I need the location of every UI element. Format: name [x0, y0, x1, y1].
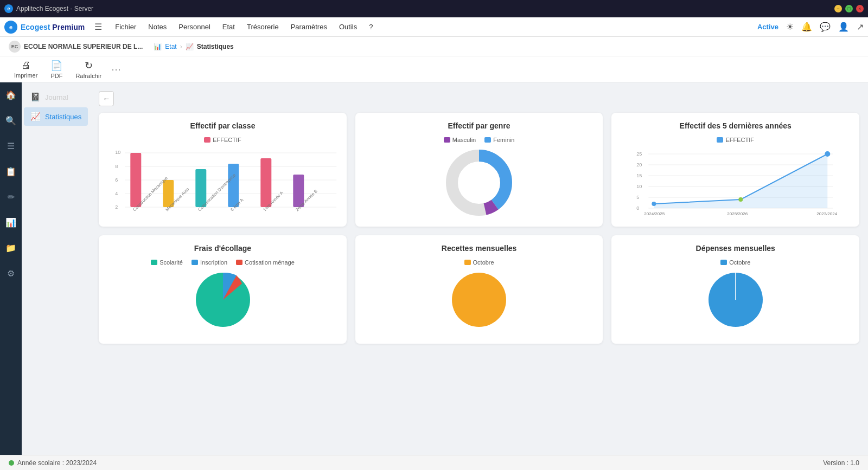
chart-effectif-par-classe: Effectif par classe EFFECTIF 10 8 6 4 2: [99, 113, 347, 227]
legend-label-masculin: Masculin: [452, 137, 476, 143]
svg-text:4: 4: [116, 191, 118, 196]
breadcrumb-statistiques: Statistiques: [197, 43, 234, 50]
chart-frais-ecollage: Frais d'écollage Scolarité Inscription C…: [99, 235, 347, 344]
sidebar-item-statistiques[interactable]: 📈 Statistiques: [24, 107, 88, 126]
org-avatar: EC: [9, 41, 21, 53]
pdf-button[interactable]: 📄 PDF: [45, 57, 68, 81]
legend-dot-feminin: [484, 137, 491, 143]
imprimer-button[interactable]: 🖨 Imprimer: [9, 57, 43, 81]
pie-chart-frais: [107, 270, 338, 330]
brand-name: Ecogest Premium: [21, 23, 85, 31]
menu-personnel[interactable]: Personnel: [173, 21, 216, 33]
pdf-label: PDF: [50, 73, 62, 79]
svg-text:25: 25: [637, 151, 642, 157]
legend-dot-cotisation: [236, 260, 242, 265]
sidebar-stats-icon active[interactable]: 📊: [2, 214, 20, 231]
donut-chart-svg: [444, 147, 514, 218]
close-button[interactable]: ×: [856, 5, 864, 12]
chart-title-2: Effectif par genre: [364, 121, 595, 130]
legend-masculin: Masculin: [444, 137, 476, 143]
legend-dot-effectif-5: [717, 137, 723, 143]
toolbar: 🖨 Imprimer 📄 PDF ↻ Rafraîchir ⋯: [0, 56, 868, 82]
sidebar-folder-icon[interactable]: 📁: [2, 240, 20, 256]
brand-icon: e: [4, 21, 17, 34]
message-icon[interactable]: 💬: [820, 22, 831, 32]
logout-icon[interactable]: ↗: [857, 22, 864, 32]
chart-legend-2: Masculin Feminin: [364, 137, 595, 143]
legend-dot-inscription: [192, 260, 198, 265]
menu-right: Active ☀ 🔔 💬 👤 ↗: [757, 22, 864, 32]
notification-icon[interactable]: 🔔: [801, 22, 812, 32]
print-icon: 🖨: [21, 60, 31, 71]
footer-left: Année scolaire : 2023/2024: [9, 459, 97, 467]
sidebar-list-icon[interactable]: ☰: [4, 138, 18, 154]
legend-dot-octobre-depenses: [720, 260, 727, 265]
org-info: EC ECOLE NORMALE SUPERIEUR DE L...: [9, 41, 143, 53]
sidebar-doc-icon[interactable]: 📋: [2, 163, 20, 180]
legend-dot-scolarite: [151, 260, 157, 265]
legend-label-effectif-5: EFFECTIF: [725, 137, 754, 143]
menu-parametres[interactable]: Paramètres: [285, 21, 333, 33]
pie-chart-depenses: [620, 270, 851, 330]
svg-point-40: [739, 197, 743, 202]
sun-icon[interactable]: ☀: [786, 22, 794, 32]
title-bar-controls[interactable]: − □ ×: [834, 5, 864, 12]
breadcrumb-icon: 📊: [154, 43, 162, 50]
svg-rect-10: [131, 153, 142, 207]
minimize-button[interactable]: −: [834, 5, 842, 12]
svg-text:2024/2025: 2024/2025: [644, 211, 665, 216]
rafraichir-button[interactable]: ↻ Rafraîchir: [70, 57, 107, 81]
menu-fichier[interactable]: Fichier: [110, 21, 142, 33]
rafraichir-label: Rafraîchir: [75, 73, 101, 79]
chart-legend-3: EFFECTIF: [620, 137, 851, 143]
chart-recettes-mensuelles: Recettes mensuelles Octobre: [355, 235, 603, 344]
svg-text:6: 6: [116, 177, 118, 183]
sub-header: EC ECOLE NORMALE SUPERIEUR DE L... 📊 Eta…: [0, 37, 868, 56]
sidebar-home-icon[interactable]: 🏠: [2, 87, 20, 104]
user-icon[interactable]: 👤: [838, 22, 849, 32]
legend-label-octobre-depenses: Octobre: [729, 259, 750, 266]
restore-button[interactable]: □: [845, 5, 853, 12]
sidebar-item-journal[interactable]: 📓 Journal: [24, 88, 88, 106]
legend-label-effectif: EFFECTIF: [213, 137, 241, 143]
svg-text:2023/2024: 2023/2024: [817, 211, 838, 216]
hamburger-menu[interactable]: ☰: [92, 20, 104, 34]
back-button[interactable]: ←: [99, 91, 114, 106]
chart-title-6: Dépenses mensuelles: [620, 244, 851, 253]
menu-etat[interactable]: Etat: [217, 21, 240, 33]
menu-outils[interactable]: Outils: [334, 21, 362, 33]
svg-text:20: 20: [637, 162, 642, 168]
legend-effectif-5: EFFECTIF: [717, 137, 754, 143]
svg-text:0: 0: [637, 205, 640, 211]
sidebar-wrapper: 🏠 🔍 ☰ 📋 ✏ 📊 📁 ⚙ 📓 Journal 📈 Statistiques: [0, 82, 90, 455]
sidebar-settings-icon[interactable]: ⚙: [4, 265, 18, 282]
svg-point-25: [460, 164, 498, 202]
svg-text:2: 2: [116, 204, 118, 210]
pie-frais-svg: [190, 267, 256, 332]
footer-annee: Année scolaire : 2023/2024: [17, 459, 97, 467]
breadcrumb-etat[interactable]: Etat: [165, 43, 176, 50]
main-content: ← Effectif par classe EFFECTIF 10 8 6: [90, 82, 868, 455]
pdf-icon: 📄: [50, 60, 62, 72]
sidebar-search-icon[interactable]: 🔍: [2, 112, 20, 129]
chart-effectif-5-ans: Effectif des 5 dernières années EFFECTIF…: [611, 113, 859, 227]
svg-text:8: 8: [116, 164, 118, 169]
chart-title-5: Recettes mensuelles: [364, 244, 595, 253]
sidebar-edit-icon[interactable]: ✏: [4, 189, 18, 205]
breadcrumb-icon2: 📈: [186, 43, 194, 50]
menu-help[interactable]: ?: [363, 21, 378, 33]
footer-version: Version : 1.0: [823, 459, 859, 467]
chart-legend-1: EFFECTIF: [107, 137, 338, 143]
toolbar-more[interactable]: ⋯: [111, 63, 121, 75]
menu-tresorerie[interactable]: Trésorerie: [241, 21, 284, 33]
legend-dot-effectif: [204, 137, 210, 143]
donut-chart-wrapper: [364, 147, 595, 218]
legend-label-octobre-recettes: Octobre: [473, 259, 494, 266]
chart-title-3: Effectif des 5 dernières années: [620, 121, 851, 130]
statistiques-label: Statistiques: [45, 113, 81, 121]
legend-label-inscription: Inscription: [200, 259, 227, 266]
svg-text:10: 10: [116, 150, 121, 155]
pie-recettes-svg: [446, 267, 512, 332]
menu-notes[interactable]: Notes: [143, 21, 172, 33]
org-name: ECOLE NORMALE SUPERIEUR DE L...: [24, 43, 143, 50]
